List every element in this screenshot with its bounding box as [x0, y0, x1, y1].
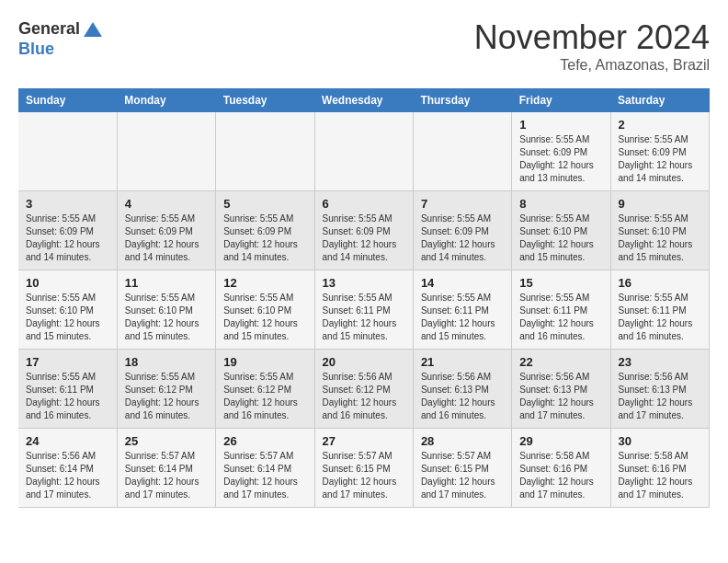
day-info: Sunrise: 5:55 AMSunset: 6:11 PMDaylight:…	[519, 292, 602, 343]
day-number: 11	[125, 276, 208, 290]
table-row: 24Sunrise: 5:56 AMSunset: 6:14 PMDayligh…	[18, 429, 117, 508]
day-info: Sunrise: 5:55 AMSunset: 6:09 PMDaylight:…	[519, 133, 602, 185]
day-number: 7	[421, 197, 504, 211]
table-row: 22Sunrise: 5:56 AMSunset: 6:13 PMDayligh…	[512, 350, 610, 429]
table-row: 2Sunrise: 5:55 AMSunset: 6:09 PMDaylight…	[610, 112, 709, 191]
day-info: Sunrise: 5:57 AMSunset: 6:15 PMDaylight:…	[323, 450, 405, 501]
day-number: 24	[26, 434, 109, 448]
table-row: 15Sunrise: 5:55 AMSunset: 6:11 PMDayligh…	[512, 270, 610, 350]
day-number: 23	[619, 355, 701, 369]
page-header: General Blue November 2024 Tefe, Amazona…	[18, 18, 710, 74]
day-number: 28	[421, 434, 504, 448]
table-row: 13Sunrise: 5:55 AMSunset: 6:11 PMDayligh…	[314, 270, 413, 350]
logo-arrow-icon	[82, 18, 104, 40]
table-row: 18Sunrise: 5:55 AMSunset: 6:12 PMDayligh…	[117, 350, 215, 429]
day-number: 26	[223, 434, 306, 448]
calendar-week-row: 3Sunrise: 5:55 AMSunset: 6:09 PMDaylight…	[18, 191, 710, 270]
day-info: Sunrise: 5:55 AMSunset: 6:11 PMDaylight:…	[421, 292, 504, 343]
day-number: 29	[519, 434, 602, 448]
day-info: Sunrise: 5:57 AMSunset: 6:15 PMDaylight:…	[421, 450, 504, 501]
table-row: 9Sunrise: 5:55 AMSunset: 6:10 PMDaylight…	[610, 191, 709, 270]
day-number: 25	[125, 434, 208, 448]
day-info: Sunrise: 5:56 AMSunset: 6:13 PMDaylight:…	[421, 371, 504, 422]
table-row: 20Sunrise: 5:56 AMSunset: 6:12 PMDayligh…	[314, 350, 413, 429]
calendar-header: Sunday Monday Tuesday Wednesday Thursday…	[18, 88, 710, 112]
day-info: Sunrise: 5:55 AMSunset: 6:09 PMDaylight:…	[619, 133, 701, 185]
day-number: 27	[323, 434, 405, 448]
table-row: 14Sunrise: 5:55 AMSunset: 6:11 PMDayligh…	[413, 270, 511, 350]
day-info: Sunrise: 5:55 AMSunset: 6:09 PMDaylight:…	[421, 213, 504, 264]
day-info: Sunrise: 5:55 AMSunset: 6:10 PMDaylight:…	[619, 213, 701, 264]
day-number: 22	[519, 355, 602, 369]
day-number: 10	[26, 276, 109, 290]
day-info: Sunrise: 5:55 AMSunset: 6:09 PMDaylight:…	[223, 213, 306, 264]
day-number: 20	[323, 355, 405, 369]
day-number: 3	[26, 197, 109, 211]
day-info: Sunrise: 5:58 AMSunset: 6:16 PMDaylight:…	[519, 450, 602, 501]
table-row: 7Sunrise: 5:55 AMSunset: 6:09 PMDaylight…	[413, 191, 511, 270]
day-info: Sunrise: 5:55 AMSunset: 6:10 PMDaylight:…	[26, 292, 109, 343]
title-block: November 2024 Tefe, Amazonas, Brazil	[474, 18, 710, 74]
header-friday: Friday	[512, 88, 610, 112]
day-info: Sunrise: 5:55 AMSunset: 6:10 PMDaylight:…	[125, 292, 208, 343]
header-saturday: Saturday	[610, 88, 709, 112]
day-number: 18	[125, 355, 208, 369]
table-row: 23Sunrise: 5:56 AMSunset: 6:13 PMDayligh…	[610, 350, 709, 429]
table-row: 30Sunrise: 5:58 AMSunset: 6:16 PMDayligh…	[610, 429, 709, 508]
header-monday: Monday	[117, 88, 215, 112]
table-row: 6Sunrise: 5:55 AMSunset: 6:09 PMDaylight…	[314, 191, 413, 270]
day-info: Sunrise: 5:57 AMSunset: 6:14 PMDaylight:…	[223, 450, 306, 501]
day-number: 14	[421, 276, 504, 290]
table-row: 29Sunrise: 5:58 AMSunset: 6:16 PMDayligh…	[512, 429, 610, 508]
logo-blue-text: Blue	[18, 40, 104, 59]
table-row: 4Sunrise: 5:55 AMSunset: 6:09 PMDaylight…	[117, 191, 215, 270]
day-number: 5	[223, 197, 306, 211]
day-info: Sunrise: 5:55 AMSunset: 6:09 PMDaylight:…	[26, 213, 109, 264]
day-number: 21	[421, 355, 504, 369]
day-info: Sunrise: 5:55 AMSunset: 6:10 PMDaylight:…	[223, 292, 306, 343]
day-info: Sunrise: 5:58 AMSunset: 6:16 PMDaylight:…	[619, 450, 701, 501]
svg-marker-0	[84, 22, 102, 37]
table-row: 28Sunrise: 5:57 AMSunset: 6:15 PMDayligh…	[413, 429, 511, 508]
table-row: 19Sunrise: 5:55 AMSunset: 6:12 PMDayligh…	[216, 350, 314, 429]
table-row: 8Sunrise: 5:55 AMSunset: 6:10 PMDaylight…	[512, 191, 610, 270]
table-row: 16Sunrise: 5:55 AMSunset: 6:11 PMDayligh…	[610, 270, 709, 350]
day-info: Sunrise: 5:55 AMSunset: 6:11 PMDaylight:…	[619, 292, 701, 343]
day-info: Sunrise: 5:56 AMSunset: 6:13 PMDaylight:…	[519, 371, 602, 422]
day-number: 15	[519, 276, 602, 290]
day-info: Sunrise: 5:56 AMSunset: 6:12 PMDaylight:…	[323, 371, 405, 422]
table-row	[117, 112, 215, 191]
day-number: 1	[519, 118, 602, 132]
day-number: 30	[619, 434, 701, 448]
day-number: 4	[125, 197, 208, 211]
header-wednesday: Wednesday	[314, 88, 413, 112]
header-tuesday: Tuesday	[216, 88, 314, 112]
day-number: 17	[26, 355, 109, 369]
day-info: Sunrise: 5:55 AMSunset: 6:10 PMDaylight:…	[519, 213, 602, 264]
table-row	[413, 112, 511, 191]
day-info: Sunrise: 5:55 AMSunset: 6:11 PMDaylight:…	[323, 292, 405, 343]
day-number: 9	[619, 197, 701, 211]
day-info: Sunrise: 5:56 AMSunset: 6:14 PMDaylight:…	[26, 450, 109, 501]
day-info: Sunrise: 5:55 AMSunset: 6:11 PMDaylight:…	[26, 371, 109, 422]
month-title: November 2024	[474, 18, 710, 57]
logo-general-text: General	[18, 20, 80, 39]
table-row	[18, 112, 117, 191]
days-header-row: Sunday Monday Tuesday Wednesday Thursday…	[18, 88, 710, 112]
table-row: 25Sunrise: 5:57 AMSunset: 6:14 PMDayligh…	[117, 429, 215, 508]
day-number: 12	[223, 276, 306, 290]
day-number: 2	[619, 118, 701, 132]
day-info: Sunrise: 5:55 AMSunset: 6:09 PMDaylight:…	[125, 213, 208, 264]
table-row: 12Sunrise: 5:55 AMSunset: 6:10 PMDayligh…	[216, 270, 314, 350]
table-row: 10Sunrise: 5:55 AMSunset: 6:10 PMDayligh…	[18, 270, 117, 350]
day-info: Sunrise: 5:57 AMSunset: 6:14 PMDaylight:…	[125, 450, 208, 501]
calendar-week-row: 1Sunrise: 5:55 AMSunset: 6:09 PMDaylight…	[18, 112, 710, 191]
header-sunday: Sunday	[18, 88, 117, 112]
day-info: Sunrise: 5:56 AMSunset: 6:13 PMDaylight:…	[619, 371, 701, 422]
day-number: 8	[519, 197, 602, 211]
table-row: 5Sunrise: 5:55 AMSunset: 6:09 PMDaylight…	[216, 191, 314, 270]
table-row	[314, 112, 413, 191]
table-row: 27Sunrise: 5:57 AMSunset: 6:15 PMDayligh…	[314, 429, 413, 508]
day-info: Sunrise: 5:55 AMSunset: 6:12 PMDaylight:…	[125, 371, 208, 422]
day-number: 19	[223, 355, 306, 369]
